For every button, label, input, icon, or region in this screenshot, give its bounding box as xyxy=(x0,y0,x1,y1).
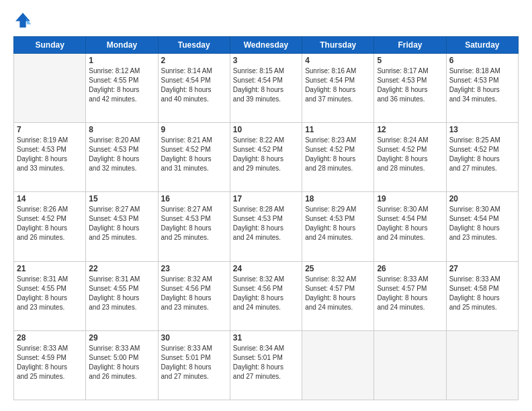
calendar-cell xyxy=(14,54,86,123)
day-number: 11 xyxy=(305,125,371,134)
day-info: Sunrise: 8:15 AM Sunset: 4:54 PM Dayligh… xyxy=(233,66,299,104)
day-info: Sunrise: 8:29 AM Sunset: 4:53 PM Dayligh… xyxy=(305,205,371,242)
logo-icon xyxy=(13,11,32,30)
weekday-header-thursday: Thursday xyxy=(302,37,374,54)
calendar-cell: 14Sunrise: 8:26 AM Sunset: 4:52 PM Dayli… xyxy=(14,192,86,261)
day-info: Sunrise: 8:18 AM Sunset: 4:53 PM Dayligh… xyxy=(449,66,515,104)
calendar-table: SundayMondayTuesdayWednesdayThursdayFrid… xyxy=(13,36,519,400)
day-number: 4 xyxy=(305,56,371,65)
calendar-cell: 26Sunrise: 8:33 AM Sunset: 4:57 PM Dayli… xyxy=(374,261,446,330)
calendar-cell: 27Sunrise: 8:33 AM Sunset: 4:58 PM Dayli… xyxy=(446,261,518,330)
svg-marker-1 xyxy=(26,18,32,24)
day-number: 2 xyxy=(161,56,227,65)
day-info: Sunrise: 8:33 AM Sunset: 5:01 PM Dayligh… xyxy=(161,344,227,381)
day-number: 24 xyxy=(233,264,299,273)
calendar-cell xyxy=(374,330,446,400)
day-number: 18 xyxy=(305,194,371,203)
day-info: Sunrise: 8:33 AM Sunset: 4:57 PM Dayligh… xyxy=(377,275,443,312)
calendar-cell: 1Sunrise: 8:12 AM Sunset: 4:55 PM Daylig… xyxy=(86,54,158,123)
calendar-cell: 18Sunrise: 8:29 AM Sunset: 4:53 PM Dayli… xyxy=(302,192,374,261)
calendar-cell: 6Sunrise: 8:18 AM Sunset: 4:53 PM Daylig… xyxy=(446,54,518,123)
weekday-header-friday: Friday xyxy=(374,37,446,54)
day-number: 7 xyxy=(17,125,83,134)
day-number: 16 xyxy=(161,194,227,203)
calendar-cell: 20Sunrise: 8:30 AM Sunset: 4:54 PM Dayli… xyxy=(446,192,518,261)
calendar-cell: 21Sunrise: 8:31 AM Sunset: 4:55 PM Dayli… xyxy=(14,261,86,330)
day-info: Sunrise: 8:33 AM Sunset: 5:00 PM Dayligh… xyxy=(89,344,154,381)
day-number: 27 xyxy=(449,264,515,273)
day-number: 3 xyxy=(233,56,299,65)
logo xyxy=(13,11,35,30)
day-info: Sunrise: 8:19 AM Sunset: 4:53 PM Dayligh… xyxy=(17,136,83,173)
svg-marker-0 xyxy=(15,13,30,28)
day-info: Sunrise: 8:14 AM Sunset: 4:54 PM Dayligh… xyxy=(161,66,227,104)
day-info: Sunrise: 8:28 AM Sunset: 4:53 PM Dayligh… xyxy=(233,205,299,242)
day-number: 8 xyxy=(89,125,154,134)
day-number: 17 xyxy=(233,194,299,203)
day-info: Sunrise: 8:33 AM Sunset: 4:59 PM Dayligh… xyxy=(17,344,83,381)
day-info: Sunrise: 8:31 AM Sunset: 4:55 PM Dayligh… xyxy=(17,275,83,312)
day-number: 30 xyxy=(161,333,227,342)
calendar-cell: 28Sunrise: 8:33 AM Sunset: 4:59 PM Dayli… xyxy=(14,330,86,400)
day-number: 25 xyxy=(305,264,371,273)
day-number: 6 xyxy=(449,56,515,65)
day-number: 23 xyxy=(161,264,227,273)
day-info: Sunrise: 8:23 AM Sunset: 4:52 PM Dayligh… xyxy=(305,136,371,173)
day-info: Sunrise: 8:32 AM Sunset: 4:57 PM Dayligh… xyxy=(305,275,371,312)
calendar-cell: 19Sunrise: 8:30 AM Sunset: 4:54 PM Dayli… xyxy=(374,192,446,261)
day-info: Sunrise: 8:12 AM Sunset: 4:55 PM Dayligh… xyxy=(89,66,154,104)
calendar-cell xyxy=(302,330,374,400)
calendar-cell: 23Sunrise: 8:32 AM Sunset: 4:56 PM Dayli… xyxy=(158,261,230,330)
calendar-cell: 3Sunrise: 8:15 AM Sunset: 4:54 PM Daylig… xyxy=(230,54,302,123)
calendar-cell: 29Sunrise: 8:33 AM Sunset: 5:00 PM Dayli… xyxy=(86,330,158,400)
calendar-cell: 11Sunrise: 8:23 AM Sunset: 4:52 PM Dayli… xyxy=(302,123,374,192)
day-info: Sunrise: 8:17 AM Sunset: 4:53 PM Dayligh… xyxy=(377,66,443,104)
day-info: Sunrise: 8:24 AM Sunset: 4:52 PM Dayligh… xyxy=(377,136,443,173)
calendar-cell: 31Sunrise: 8:34 AM Sunset: 5:01 PM Dayli… xyxy=(230,330,302,400)
calendar-week-4: 21Sunrise: 8:31 AM Sunset: 4:55 PM Dayli… xyxy=(14,261,519,330)
day-number: 28 xyxy=(17,333,83,342)
day-info: Sunrise: 8:33 AM Sunset: 4:58 PM Dayligh… xyxy=(449,275,515,312)
calendar-cell xyxy=(446,330,518,400)
calendar-cell: 12Sunrise: 8:24 AM Sunset: 4:52 PM Dayli… xyxy=(374,123,446,192)
header xyxy=(13,11,519,30)
day-info: Sunrise: 8:27 AM Sunset: 4:53 PM Dayligh… xyxy=(89,205,154,242)
day-number: 29 xyxy=(89,333,154,342)
day-info: Sunrise: 8:32 AM Sunset: 4:56 PM Dayligh… xyxy=(233,275,299,312)
calendar-cell: 10Sunrise: 8:22 AM Sunset: 4:52 PM Dayli… xyxy=(230,123,302,192)
day-number: 26 xyxy=(377,264,443,273)
weekday-header-row: SundayMondayTuesdayWednesdayThursdayFrid… xyxy=(14,37,519,54)
calendar-cell: 7Sunrise: 8:19 AM Sunset: 4:53 PM Daylig… xyxy=(14,123,86,192)
day-info: Sunrise: 8:32 AM Sunset: 4:56 PM Dayligh… xyxy=(161,275,227,312)
day-number: 5 xyxy=(377,56,443,65)
day-number: 10 xyxy=(233,125,299,134)
day-number: 20 xyxy=(449,194,515,203)
calendar-cell: 17Sunrise: 8:28 AM Sunset: 4:53 PM Dayli… xyxy=(230,192,302,261)
calendar-cell: 5Sunrise: 8:17 AM Sunset: 4:53 PM Daylig… xyxy=(374,54,446,123)
day-info: Sunrise: 8:31 AM Sunset: 4:55 PM Dayligh… xyxy=(89,275,154,312)
calendar-cell: 16Sunrise: 8:27 AM Sunset: 4:53 PM Dayli… xyxy=(158,192,230,261)
calendar-week-2: 7Sunrise: 8:19 AM Sunset: 4:53 PM Daylig… xyxy=(14,123,519,192)
day-info: Sunrise: 8:21 AM Sunset: 4:52 PM Dayligh… xyxy=(161,136,227,173)
day-number: 14 xyxy=(17,194,83,203)
page: SundayMondayTuesdayWednesdayThursdayFrid… xyxy=(0,0,532,411)
weekday-header-saturday: Saturday xyxy=(446,37,518,54)
day-number: 22 xyxy=(89,264,154,273)
day-number: 1 xyxy=(89,56,154,65)
day-info: Sunrise: 8:20 AM Sunset: 4:53 PM Dayligh… xyxy=(89,136,154,173)
calendar-header: SundayMondayTuesdayWednesdayThursdayFrid… xyxy=(14,37,519,54)
calendar-cell: 24Sunrise: 8:32 AM Sunset: 4:56 PM Dayli… xyxy=(230,261,302,330)
calendar-body: 1Sunrise: 8:12 AM Sunset: 4:55 PM Daylig… xyxy=(14,54,519,400)
calendar-cell: 22Sunrise: 8:31 AM Sunset: 4:55 PM Dayli… xyxy=(86,261,158,330)
day-info: Sunrise: 8:26 AM Sunset: 4:52 PM Dayligh… xyxy=(17,205,83,242)
calendar-cell: 13Sunrise: 8:25 AM Sunset: 4:52 PM Dayli… xyxy=(446,123,518,192)
calendar-cell: 15Sunrise: 8:27 AM Sunset: 4:53 PM Dayli… xyxy=(86,192,158,261)
calendar-cell: 9Sunrise: 8:21 AM Sunset: 4:52 PM Daylig… xyxy=(158,123,230,192)
calendar-cell: 25Sunrise: 8:32 AM Sunset: 4:57 PM Dayli… xyxy=(302,261,374,330)
weekday-header-sunday: Sunday xyxy=(14,37,86,54)
calendar-week-3: 14Sunrise: 8:26 AM Sunset: 4:52 PM Dayli… xyxy=(14,192,519,261)
calendar-week-1: 1Sunrise: 8:12 AM Sunset: 4:55 PM Daylig… xyxy=(14,54,519,123)
day-number: 9 xyxy=(161,125,227,134)
weekday-header-monday: Monday xyxy=(86,37,158,54)
day-number: 31 xyxy=(233,333,299,342)
